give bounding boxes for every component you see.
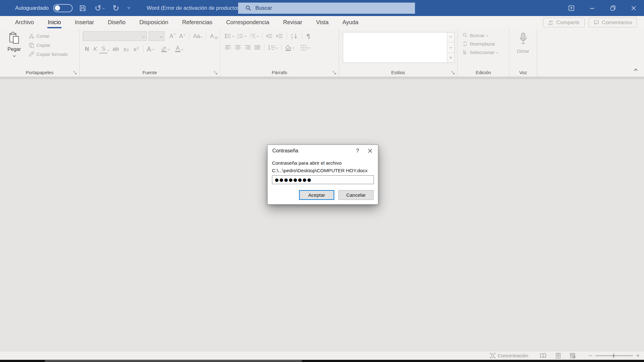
restore-button[interactable] <box>602 0 623 16</box>
pilcrow-button[interactable]: ¶ <box>304 32 313 41</box>
web-layout-button[interactable] <box>570 353 576 359</box>
bold-button[interactable]: N <box>83 45 91 53</box>
zoom-slider[interactable] <box>595 354 633 358</box>
change-case-glyph: Aa <box>193 33 200 40</box>
dialog-help-button[interactable]: ? <box>352 146 364 156</box>
shrink-font-button[interactable]: A <box>177 32 187 40</box>
highlight-button[interactable] <box>159 45 171 53</box>
bullets-button[interactable] <box>223 32 236 40</box>
subscript-button[interactable]: x₂ <box>121 45 131 53</box>
justify-button[interactable] <box>253 43 262 52</box>
paste-button[interactable]: Pegar <box>4 31 24 68</box>
paragraph-dialog-launcher[interactable] <box>332 71 336 75</box>
tab-diseno[interactable]: Diseño <box>101 16 132 29</box>
ribbon-display-options-button[interactable] <box>561 0 582 16</box>
case-chevron-icon <box>200 35 203 37</box>
borders-button[interactable] <box>299 43 311 52</box>
search-box[interactable] <box>238 3 415 14</box>
tab-revisar[interactable]: Revisar <box>276 16 309 29</box>
minimize-button[interactable] <box>582 0 602 16</box>
strikethrough-button[interactable]: ab <box>110 45 121 53</box>
styles-more-button[interactable] <box>447 53 454 63</box>
italic-button[interactable]: K <box>91 45 99 53</box>
styles-dialog-launcher[interactable] <box>451 71 455 75</box>
font-color-button[interactable]: A <box>174 45 185 53</box>
tab-referencias[interactable]: Referencias <box>175 16 219 29</box>
underline-button[interactable]: S <box>99 45 108 53</box>
line-spacing-button[interactable] <box>266 43 279 52</box>
align-right-button[interactable] <box>243 43 253 52</box>
numbering-button[interactable]: 123 <box>236 32 248 40</box>
comments-button[interactable]: Comentarios <box>589 18 637 27</box>
select-button[interactable]: Seleccionar <box>461 48 509 56</box>
close-button[interactable] <box>623 0 644 16</box>
find-chevron-icon <box>486 34 488 36</box>
text-effects-button[interactable]: A <box>145 44 155 54</box>
shrink-chevron-icon <box>183 33 186 35</box>
tab-insertar[interactable]: Insertar <box>68 16 101 29</box>
font-color-icon: A <box>175 46 180 52</box>
tab-vista[interactable]: Vista <box>309 16 336 29</box>
superscript-button[interactable]: x² <box>131 45 141 53</box>
group-clipboard: Pegar Cortar Copiar <box>0 29 80 77</box>
align-left-button[interactable] <box>223 43 233 52</box>
change-case-button[interactable]: Aa <box>191 32 204 40</box>
align-center-button[interactable] <box>233 43 243 52</box>
clipboard-dialog-launcher[interactable] <box>73 71 77 75</box>
zoom-out-button[interactable]: − <box>589 353 592 359</box>
font-name-combobox[interactable] <box>83 31 147 41</box>
save-icon[interactable] <box>77 3 88 13</box>
font-size-combobox[interactable] <box>149 31 164 41</box>
tab-disposicion[interactable]: Disposición <box>132 16 175 29</box>
find-button[interactable]: Buscar <box>461 31 509 39</box>
eraser-icon <box>214 36 218 39</box>
redo-button[interactable]: ↻ <box>111 3 121 14</box>
tab-correspondencia[interactable]: Correspondencia <box>219 16 276 29</box>
password-input[interactable] <box>272 175 374 184</box>
decrease-indent-button[interactable] <box>264 32 275 40</box>
accept-button[interactable]: Aceptar <box>299 190 334 200</box>
effects-chevron-icon <box>152 48 154 50</box>
autosave-toggle[interactable] <box>53 4 73 12</box>
line-spacing-chevron-icon <box>276 47 278 49</box>
tab-inicio[interactable]: Inicio <box>41 16 68 29</box>
print-layout-icon <box>555 353 561 359</box>
format-painter-button[interactable]: Copiar formato <box>27 50 69 58</box>
shading-button[interactable] <box>283 43 296 52</box>
undo-button[interactable]: ↺ <box>93 3 106 14</box>
dialog-close-button[interactable] <box>364 146 377 156</box>
print-layout-button[interactable] <box>555 353 561 359</box>
sort-button[interactable]: AZ <box>289 31 300 41</box>
multilevel-chevron-icon <box>257 35 259 37</box>
dictate-button[interactable]: Dictar <box>509 31 537 54</box>
replace-button[interactable]: bc Reemplazar <box>461 40 509 47</box>
read-mode-button[interactable] <box>540 353 547 359</box>
styles-gallery[interactable] <box>343 32 455 63</box>
zoom-in-button[interactable]: + <box>636 353 640 359</box>
copy-button[interactable]: Copiar <box>27 41 69 49</box>
styles-scroll-down-button[interactable] <box>447 42 454 52</box>
borders-chevron-icon <box>308 47 310 49</box>
focus-mode-button[interactable]: Concentración <box>490 353 528 359</box>
underline-chevron-icon[interactable] <box>107 49 109 51</box>
document-area <box>0 79 644 351</box>
search-input[interactable] <box>255 5 394 11</box>
font-dialog-launcher[interactable] <box>214 71 218 75</box>
clear-formatting-button[interactable]: A <box>208 32 220 40</box>
share-button[interactable]: Compartir <box>543 18 585 27</box>
increase-indent-button[interactable] <box>275 32 285 40</box>
numbered-list-icon: 123 <box>237 33 244 39</box>
zoom-slider-thumb[interactable] <box>613 354 614 358</box>
tab-ayuda[interactable]: Ayuda <box>336 16 365 29</box>
styles-scroll-up-button[interactable] <box>447 32 454 42</box>
cut-button[interactable]: Cortar <box>27 32 69 40</box>
tab-archivo[interactable]: Archivo <box>8 16 41 29</box>
grow-font-button[interactable]: A <box>168 32 177 40</box>
quick-access-overflow-button[interactable] <box>125 6 132 10</box>
collapse-ribbon-button[interactable] <box>635 67 637 73</box>
share-icon <box>548 19 554 25</box>
multilevel-list-button[interactable]: 1ai <box>248 32 260 40</box>
cancel-button[interactable]: Cancelar <box>338 190 374 200</box>
clipboard-icon <box>8 31 21 45</box>
styles-gallery-canvas[interactable] <box>343 32 447 63</box>
